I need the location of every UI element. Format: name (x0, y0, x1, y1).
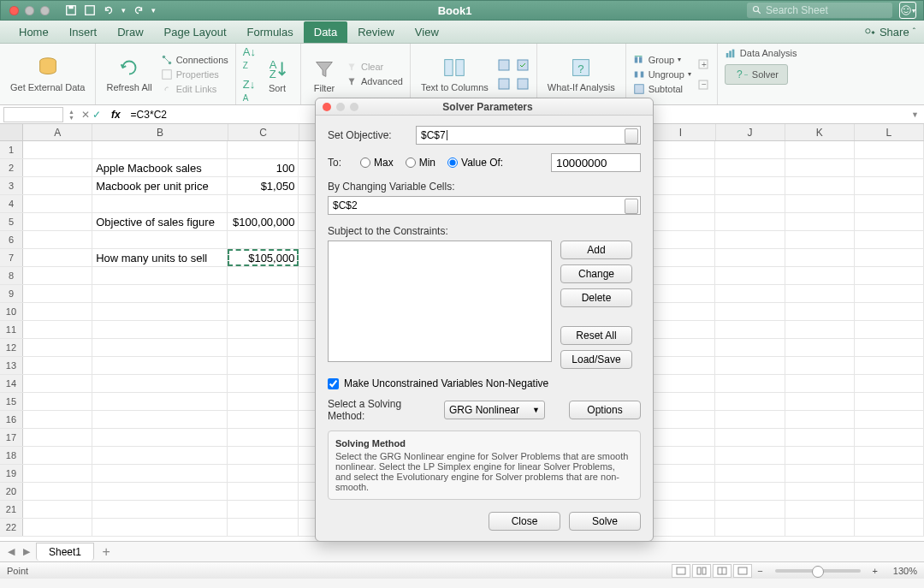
normal-view-button[interactable] (672, 564, 690, 578)
cell[interactable] (646, 231, 715, 248)
tab-home[interactable]: Home (9, 21, 59, 43)
cell[interactable] (92, 321, 228, 338)
row-header[interactable]: 3 (0, 177, 23, 194)
cell[interactable] (228, 429, 299, 446)
cell[interactable] (715, 465, 785, 482)
cell[interactable] (785, 339, 855, 356)
col-header-i[interactable]: I (646, 124, 715, 140)
cell[interactable] (228, 285, 299, 302)
cell[interactable] (228, 357, 299, 374)
cell[interactable] (23, 465, 92, 482)
cell[interactable] (646, 447, 715, 464)
cell[interactable] (646, 213, 715, 230)
custom-view-button[interactable] (733, 564, 752, 578)
row-header[interactable]: 4 (0, 195, 23, 212)
cell[interactable] (785, 195, 855, 212)
cell[interactable] (228, 321, 299, 338)
tab-review[interactable]: Review (347, 21, 405, 43)
cell[interactable] (715, 303, 785, 320)
cell[interactable] (23, 195, 92, 212)
cell[interactable] (855, 159, 924, 176)
get-external-data-button[interactable]: Get External Data (7, 55, 88, 92)
cell[interactable] (855, 321, 924, 338)
cell[interactable] (646, 429, 715, 446)
value-of-radio[interactable]: Value Of: (447, 157, 503, 169)
redo-icon[interactable] (133, 4, 145, 16)
row-header[interactable]: 18 (0, 447, 23, 464)
cell[interactable] (715, 357, 785, 374)
filter-button[interactable]: Filter (308, 56, 341, 93)
cell[interactable] (855, 303, 924, 320)
cell[interactable] (715, 231, 785, 248)
cell[interactable] (785, 411, 855, 428)
cell[interactable] (228, 501, 299, 518)
cell[interactable] (646, 357, 715, 374)
row-header[interactable]: 10 (0, 303, 23, 320)
cell[interactable] (855, 339, 924, 356)
cell[interactable] (92, 465, 228, 482)
edit-links-button[interactable]: Edit Links (161, 83, 228, 95)
cell[interactable] (92, 429, 228, 446)
cell[interactable] (23, 483, 92, 500)
flash-fill-icon[interactable] (497, 58, 511, 72)
cell[interactable] (855, 141, 924, 158)
change-constraint-button[interactable]: Change (560, 264, 632, 283)
row-header[interactable]: 8 (0, 267, 23, 284)
row-header[interactable]: 5 (0, 213, 23, 230)
cell[interactable] (646, 393, 715, 410)
cell[interactable] (715, 195, 785, 212)
zoom-in-button[interactable]: + (868, 566, 883, 576)
sheet-tab-sheet1[interactable]: Sheet1 (36, 543, 94, 561)
cell[interactable] (646, 141, 715, 158)
cell[interactable] (646, 483, 715, 500)
fx-icon[interactable]: fx (106, 109, 126, 121)
cell[interactable] (228, 411, 299, 428)
by-changing-input[interactable]: $C$2 (328, 196, 641, 215)
options-button[interactable]: Options (569, 401, 641, 419)
constraints-list[interactable] (328, 241, 552, 362)
cell[interactable] (92, 375, 228, 392)
cell[interactable] (92, 393, 228, 410)
cell[interactable] (646, 339, 715, 356)
cell[interactable] (715, 177, 785, 194)
cell[interactable] (785, 159, 855, 176)
cell[interactable] (785, 483, 855, 500)
cell[interactable] (228, 393, 299, 410)
connections-button[interactable]: Connections (161, 54, 228, 66)
cell[interactable] (228, 195, 299, 212)
cell[interactable] (92, 483, 228, 500)
cell[interactable] (855, 519, 924, 536)
cell[interactable] (92, 285, 228, 302)
cell[interactable] (23, 303, 92, 320)
row-header[interactable]: 2 (0, 159, 23, 176)
cell[interactable]: Objective of sales figure (92, 213, 228, 230)
cell[interactable] (785, 231, 855, 248)
maximize-window-icon[interactable] (40, 6, 50, 15)
row-header[interactable]: 12 (0, 339, 23, 356)
cell[interactable] (646, 375, 715, 392)
cell[interactable]: Apple Macbook sales (92, 159, 228, 176)
row-header[interactable]: 1 (0, 141, 23, 158)
properties-button[interactable]: Properties (161, 68, 228, 80)
cell[interactable] (23, 429, 92, 446)
cell[interactable] (23, 159, 92, 176)
tab-view[interactable]: View (405, 21, 449, 43)
expand-formula-bar-icon[interactable]: ▼ (906, 110, 924, 119)
zoom-slider[interactable] (775, 569, 861, 573)
row-header[interactable]: 6 (0, 231, 23, 248)
cell[interactable] (228, 447, 299, 464)
cell[interactable] (646, 519, 715, 536)
max-radio[interactable]: Max (360, 157, 394, 169)
tab-page-layout[interactable]: Page Layout (154, 21, 237, 43)
page-break-view-button[interactable] (713, 564, 732, 578)
row-header[interactable]: 21 (0, 501, 23, 518)
cell[interactable] (785, 141, 855, 158)
zoom-out-button[interactable]: − (752, 566, 767, 576)
cell[interactable] (855, 465, 924, 482)
cell[interactable] (92, 519, 228, 536)
remove-duplicates-icon[interactable] (497, 77, 511, 91)
cell[interactable] (23, 177, 92, 194)
name-box[interactable] (3, 107, 63, 122)
cell[interactable] (855, 411, 924, 428)
tab-formulas[interactable]: Formulas (237, 21, 304, 43)
